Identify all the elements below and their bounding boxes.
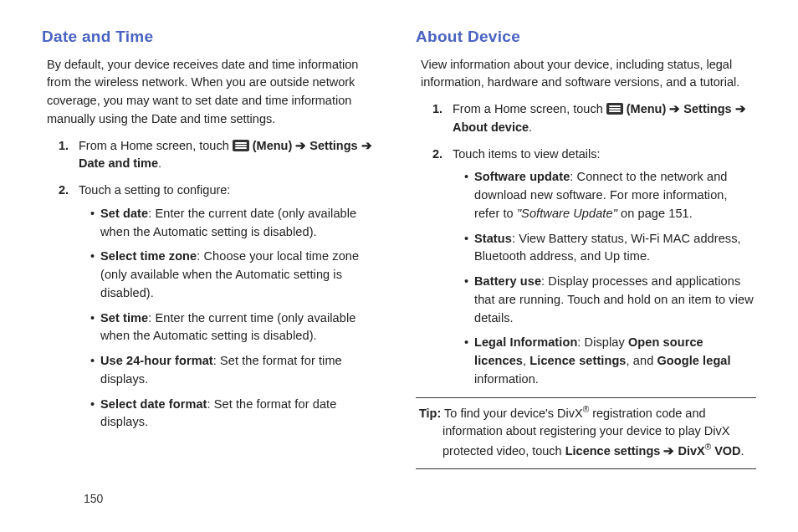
item-name: Legal Information (474, 335, 577, 349)
step-1: 1. From a Home screen, touch (Menu) ➔ Se… (437, 100, 756, 137)
step-num: 2. (59, 182, 69, 200)
period: . (529, 120, 532, 134)
settings-label: Settings (683, 102, 734, 115)
step-num: 1. (59, 137, 69, 156)
item-ref: "Software Update" (517, 207, 617, 220)
tip-box: Tip: To find your device's DivX® registr… (416, 403, 756, 461)
divx-label: DivX (674, 444, 704, 458)
arrow-icon: ➔ (663, 444, 674, 458)
list-item: Select date format: Set the format for d… (90, 396, 382, 432)
item-name: Set date (100, 207, 148, 220)
step-text: From a Home screen, touch (79, 139, 233, 152)
step-2: 2. Touch a setting to configure: Set dat… (64, 182, 382, 432)
column-date-and-time: Date and Time By default, your device re… (42, 25, 382, 452)
steps-about-device: 1. From a Home screen, touch (Menu) ➔ Se… (416, 100, 756, 389)
list-item: Set time: Enter the current time (only a… (90, 309, 382, 346)
list-item: Battery use: Display processes and appli… (464, 273, 756, 327)
divider (416, 468, 756, 469)
item-name: Select date format (100, 397, 207, 411)
item-desc: on page 151. (617, 207, 693, 220)
date-time-label: Date and time (79, 156, 158, 170)
step-text: Touch items to view details: (453, 147, 601, 161)
list-item: Set date: Enter the current date (only a… (90, 205, 382, 242)
item-name: Use 24-hour format (100, 354, 213, 367)
period: . (158, 156, 161, 170)
page: Date and Time By default, your device re… (0, 0, 798, 468)
arrow-icon: ➔ (735, 102, 746, 115)
tip-label: Tip: (419, 406, 441, 419)
item-desc: information. (474, 372, 539, 386)
item-desc: , and (627, 354, 657, 367)
licence-settings: Licence settings (565, 444, 664, 458)
arrow-icon: ➔ (361, 139, 372, 152)
page-number: 150 (84, 492, 103, 505)
step-text: Touch a setting to configure: (79, 183, 230, 197)
step-num: 1. (432, 100, 442, 119)
arrow-icon: ➔ (295, 139, 306, 152)
registered-icon: ® (583, 405, 589, 414)
item-name: Status (474, 232, 512, 245)
item-desc: : Display (577, 335, 628, 349)
about-device-label: About device (453, 120, 529, 134)
heading-about-device: About Device (416, 25, 756, 49)
google-legal: Google legal (657, 354, 730, 367)
list-item: Software update: Connect to the network … (464, 168, 756, 223)
intro-date-time: By default, your device receives date an… (47, 56, 382, 129)
menu-icon (606, 103, 623, 115)
bullets-about-device: Software update: Connect to the network … (453, 168, 756, 388)
list-item: Legal Information: Display Open source l… (464, 334, 756, 388)
vod-label: VOD (711, 444, 740, 458)
bullets-date-time: Set date: Enter the current date (only a… (79, 205, 382, 432)
licence-settings: Licence settings (529, 354, 626, 367)
item-desc: : View Battery status, Wi-Fi MAC address… (474, 232, 741, 263)
period: . (741, 444, 744, 458)
item-name: Software update (474, 170, 570, 183)
steps-date-time: 1. From a Home screen, touch (Menu) ➔ Se… (42, 137, 382, 432)
intro-about-device: View information about your device, incl… (421, 56, 756, 93)
list-item: Select time zone: Choose your local time… (90, 248, 382, 302)
list-item: Use 24-hour format: Set the format for t… (90, 352, 382, 389)
menu-label: (Menu) (253, 139, 296, 152)
tip-text: To find your device's DivX (441, 406, 582, 419)
step-text: From a Home screen, touch (453, 102, 606, 115)
arrow-icon: ➔ (669, 102, 680, 115)
step-1: 1. From a Home screen, touch (Menu) ➔ Se… (64, 137, 382, 174)
list-item: Status: View Battery status, Wi-Fi MAC a… (464, 230, 756, 267)
item-name: Battery use (474, 274, 541, 288)
step-2: 2. Touch items to view details: Software… (437, 146, 756, 389)
item-name: Select time zone (100, 249, 197, 263)
registered-icon: ® (705, 442, 711, 452)
divider (416, 397, 756, 398)
menu-icon (233, 140, 249, 151)
menu-label: (Menu) (627, 102, 670, 115)
column-about-device: About Device View information about your… (416, 25, 756, 452)
step-num: 2. (432, 146, 442, 164)
settings-label: Settings (309, 139, 361, 152)
item-name: Set time (100, 311, 148, 325)
heading-date-time: Date and Time (42, 25, 382, 49)
